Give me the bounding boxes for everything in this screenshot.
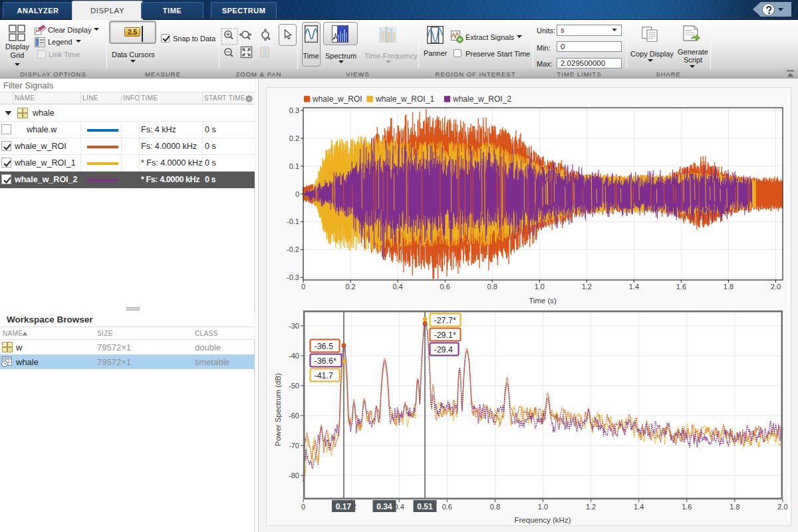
svg-text:1.2: 1.2 (582, 283, 592, 291)
svg-text:0.8: 0.8 (487, 283, 497, 291)
svg-text:-27.7*: -27.7* (434, 316, 456, 325)
svg-text:Power Spectrum (dB): Power Spectrum (dB) (274, 373, 282, 446)
svg-text:-0.1: -0.1 (287, 217, 299, 225)
svg-text:-50: -50 (289, 382, 299, 390)
svg-text:-29.4: -29.4 (434, 345, 454, 354)
svg-text:Time (s): Time (s) (529, 297, 557, 305)
svg-text:0.1: 0.1 (289, 162, 299, 170)
svg-text:2.0: 2.0 (777, 503, 787, 511)
svg-text:1.6: 1.6 (676, 283, 686, 291)
svg-text:-70: -70 (289, 442, 299, 450)
svg-text:0: 0 (301, 503, 305, 511)
svg-text:-40: -40 (289, 352, 299, 360)
svg-text:-60: -60 (289, 412, 299, 420)
svg-text:-80: -80 (289, 471, 299, 479)
svg-text:0.2: 0.2 (289, 134, 299, 142)
svg-text:0.17: 0.17 (336, 502, 352, 511)
svg-text:1.6: 1.6 (682, 503, 692, 511)
svg-text:0: 0 (301, 283, 305, 291)
svg-text:-29.1*: -29.1* (434, 331, 456, 340)
svg-text:whale_w_ROI_2: whale_w_ROI_2 (452, 94, 511, 104)
svg-text:1.8: 1.8 (724, 283, 733, 291)
svg-text:0.6: 0.6 (442, 503, 452, 511)
svg-text:1.4: 1.4 (634, 503, 644, 511)
svg-text:1.0: 1.0 (538, 503, 548, 511)
svg-text:1.8: 1.8 (730, 503, 739, 511)
svg-text:Frequency (kHz): Frequency (kHz) (515, 516, 571, 524)
svg-text:-30: -30 (289, 322, 299, 330)
svg-text:-0.3: -0.3 (287, 273, 299, 281)
svg-text:-41.7: -41.7 (315, 371, 334, 380)
svg-text:whale_w_ROI_1: whale_w_ROI_1 (375, 94, 434, 104)
svg-text:0.2: 0.2 (345, 283, 355, 291)
svg-text:1.2: 1.2 (586, 503, 596, 511)
svg-text:whale_w_ROI: whale_w_ROI (312, 94, 362, 104)
svg-text:-36.5: -36.5 (315, 342, 334, 351)
svg-text:0.34: 0.34 (376, 502, 392, 511)
svg-text:2.0: 2.0 (771, 283, 781, 291)
svg-text:-36.6*: -36.6* (315, 356, 336, 366)
svg-text:1.0: 1.0 (535, 283, 545, 291)
svg-text:0.3: 0.3 (289, 106, 299, 114)
svg-text:0: 0 (295, 190, 299, 198)
svg-text:0.4: 0.4 (392, 283, 402, 291)
svg-text:0.6: 0.6 (440, 283, 450, 291)
svg-text:0.51: 0.51 (417, 502, 433, 511)
svg-text:-0.2: -0.2 (287, 245, 299, 253)
svg-text:0.8: 0.8 (490, 503, 500, 511)
svg-text:1.4: 1.4 (629, 283, 639, 291)
